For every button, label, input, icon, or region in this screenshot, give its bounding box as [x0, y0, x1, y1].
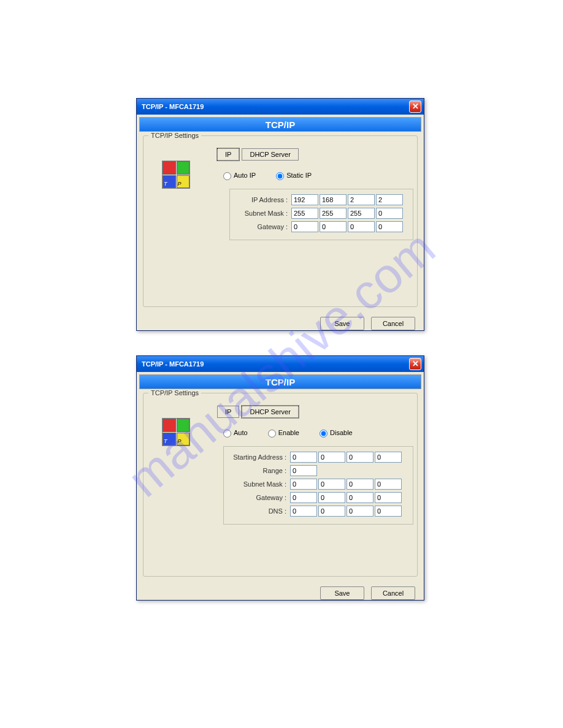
window-title: TCP/IP - MFCA1719: [142, 103, 204, 110]
mask-octet-3[interactable]: [348, 208, 375, 219]
gw-octet-3[interactable]: [348, 221, 375, 232]
gw-octet-4[interactable]: [375, 492, 402, 503]
group-legend: TCP/IP Settings: [148, 132, 201, 139]
ip-address-label: IP Address :: [235, 196, 291, 203]
tcpip-dialog-ip: TCP/IP - MFCA1719 ✕ TCP/IP TCP/IP Settin…: [136, 98, 424, 331]
radio-static-ip[interactable]: Static IP: [276, 172, 312, 179]
tcpip-settings-group: TCP/IP Settings TP IP DHCP Server Auto I…: [143, 135, 418, 307]
mask-octet-1[interactable]: [291, 208, 318, 219]
start-octet-2[interactable]: [318, 452, 345, 463]
mask-octet-1[interactable]: [290, 479, 317, 490]
radio-static-ip-label: Static IP: [286, 172, 312, 179]
gw-octet-2[interactable]: [320, 221, 347, 232]
tcpip-dialog-dhcp: TCP/IP - MFCA1719 ✕ TCP/IP TCP/IP Settin…: [136, 355, 424, 601]
close-button[interactable]: ✕: [409, 100, 421, 113]
radio-disable-label: Disable: [330, 429, 353, 436]
tcpip-settings-group: TCP/IP Settings TP IP DHCP Server Auto E…: [143, 393, 418, 577]
mask-octet-2[interactable]: [320, 208, 347, 219]
dns-label: DNS :: [229, 507, 290, 515]
ip-octet-4[interactable]: [376, 194, 403, 205]
radio-disable[interactable]: Disable: [320, 429, 353, 436]
close-button[interactable]: ✕: [409, 358, 421, 370]
dialog-buttons: Save Cancel: [137, 580, 424, 606]
banner-title: TCP/IP: [139, 117, 421, 132]
radio-auto[interactable]: Auto: [223, 429, 248, 436]
tab-dhcp-server[interactable]: DHCP Server: [242, 148, 298, 161]
gw-octet-1[interactable]: [291, 221, 318, 232]
radio-auto-ip-label: Auto IP: [234, 172, 256, 179]
window-title: TCP/IP - MFCA1719: [142, 360, 204, 368]
range-field[interactable]: [290, 465, 317, 476]
mask-octet-3[interactable]: [347, 479, 373, 490]
ip-octet-2[interactable]: [320, 194, 347, 205]
start-octet-3[interactable]: [347, 452, 373, 463]
radio-auto-ip[interactable]: Auto IP: [223, 172, 256, 179]
save-button[interactable]: Save: [320, 317, 364, 330]
group-legend: TCP/IP Settings: [148, 389, 201, 396]
gw-octet-1[interactable]: [290, 492, 317, 503]
tab-row: IP DHCP Server: [217, 148, 411, 161]
tab-ip[interactable]: IP: [217, 148, 239, 161]
tab-dhcp-server[interactable]: DHCP Server: [242, 406, 298, 418]
cancel-button[interactable]: Cancel: [371, 586, 415, 600]
titlebar: TCP/IP - MFCA1719 ✕: [137, 99, 424, 115]
gateway-label: Gateway :: [235, 223, 291, 230]
ip-octet-1[interactable]: [291, 194, 318, 205]
radio-enable-label: Enable: [278, 429, 299, 436]
dns-octet-2[interactable]: [318, 506, 345, 517]
subnet-mask-label: Subnet Mask :: [235, 210, 291, 217]
cancel-button[interactable]: Cancel: [371, 317, 415, 330]
dns-octet-1[interactable]: [290, 506, 317, 517]
dhcp-form-panel: Starting Address : Range : Subnet Mask :…: [223, 446, 413, 525]
ip-form-panel: IP Address : Subnet Mask : Gateway :: [229, 189, 413, 240]
tcpip-logo-icon: TP: [162, 418, 190, 446]
mask-octet-2[interactable]: [318, 479, 345, 490]
radio-auto-label: Auto: [234, 429, 248, 436]
tab-row: IP DHCP Server: [217, 406, 411, 418]
dns-octet-4[interactable]: [375, 506, 402, 517]
starting-address-label: Starting Address :: [229, 453, 290, 461]
dhcp-mode-radios: Auto Enable Disable: [223, 429, 411, 438]
gateway-label: Gateway :: [229, 494, 290, 501]
dialog-buttons: Save Cancel: [137, 311, 424, 336]
ip-mode-radios: Auto IP Static IP: [223, 172, 411, 180]
ip-octet-3[interactable]: [348, 194, 375, 205]
gw-octet-4[interactable]: [376, 221, 403, 232]
subnet-mask-label: Subnet Mask :: [229, 480, 290, 488]
gw-octet-3[interactable]: [347, 492, 373, 503]
banner-title: TCP/IP: [139, 374, 421, 389]
gw-octet-2[interactable]: [318, 492, 345, 503]
dns-octet-3[interactable]: [347, 506, 373, 517]
range-label: Range :: [229, 467, 290, 474]
radio-enable[interactable]: Enable: [268, 429, 299, 436]
tab-ip[interactable]: IP: [217, 406, 239, 418]
start-octet-1[interactable]: [290, 452, 317, 463]
save-button[interactable]: Save: [320, 586, 364, 600]
mask-octet-4[interactable]: [376, 208, 403, 219]
start-octet-4[interactable]: [375, 452, 402, 463]
tcpip-logo-icon: TP: [162, 161, 190, 189]
titlebar: TCP/IP - MFCA1719 ✕: [137, 356, 424, 372]
mask-octet-4[interactable]: [375, 479, 402, 490]
